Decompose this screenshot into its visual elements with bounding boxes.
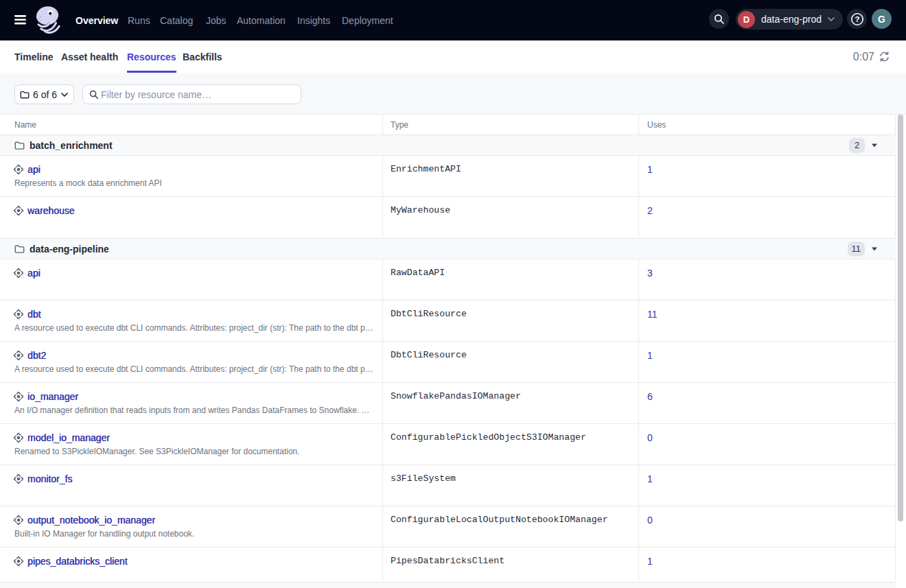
svg-text:?: ? — [855, 15, 859, 23]
